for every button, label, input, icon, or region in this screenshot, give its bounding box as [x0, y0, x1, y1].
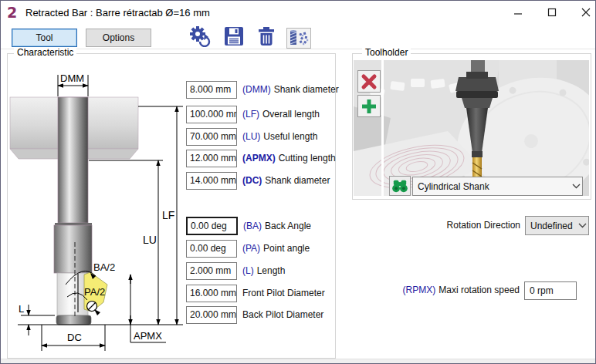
- pa-input[interactable]: 0.00 deg: [186, 240, 237, 258]
- field-row-back-pilot: 20.000 mm Back Pilot Diameter: [186, 305, 323, 324]
- field-row-pa: 0.00 deg (PA)Point angle: [186, 239, 310, 258]
- window-bottom-edge: [1, 359, 595, 364]
- svg-text:L: L: [19, 303, 24, 315]
- l-code: (L): [242, 265, 254, 276]
- chips-button[interactable]: [286, 28, 311, 49]
- dmm-code: (DMM): [242, 84, 271, 95]
- tab-options-label: Options: [103, 32, 134, 43]
- delete-button[interactable]: [254, 25, 279, 47]
- characteristic-group-label: Characteristic: [14, 47, 76, 59]
- chevron-down-icon: [576, 223, 588, 228]
- toolholder-group-label: Toolholder: [362, 47, 411, 59]
- rotation-direction-select[interactable]: Undefined: [525, 216, 589, 235]
- image-divider: [381, 60, 384, 196]
- pa-label: Point angle: [263, 243, 310, 254]
- close-button[interactable]: [569, 1, 596, 24]
- apmx-label: Cutting length: [279, 153, 336, 163]
- browse-shank-button[interactable]: [389, 176, 411, 196]
- tool-definition-window: 2 Retracted Bar : Barre rétractab Ø=16 m…: [0, 0, 596, 364]
- back-pilot-label: Back Pilot Diameter: [242, 309, 323, 320]
- field-row-lu: 70.000 mm (LU)Useful length: [186, 127, 317, 146]
- maximize-button[interactable]: [535, 1, 569, 24]
- lf-label: Overall length: [262, 109, 320, 120]
- dmm-input[interactable]: 8.000 mm: [186, 81, 237, 99]
- field-row-l: 2.000 mm (L)Length: [186, 261, 285, 280]
- binoculars-icon: [391, 179, 408, 193]
- minimize-button[interactable]: [501, 1, 535, 24]
- update-button[interactable]: [187, 25, 212, 47]
- apmx-input[interactable]: 12.000 mm: [186, 150, 237, 167]
- svg-text:LU: LU: [143, 234, 157, 246]
- apmx-code: (APMX): [242, 153, 276, 163]
- svg-text:APMX: APMX: [134, 330, 162, 342]
- trash-icon: [256, 25, 277, 47]
- pa-code: (PA): [242, 243, 260, 254]
- red-x-icon: [361, 73, 378, 90]
- gear-refresh-icon: [188, 25, 211, 47]
- svg-text:BA/2: BA/2: [93, 261, 115, 273]
- tab-tool-label: Tool: [36, 32, 52, 43]
- rpmx-label: (RPMX)Maxi rotation speed: [1, 285, 520, 295]
- tool-diagram: DMM LF LU APMX L DC BA/2: [8, 64, 185, 356]
- rpmx-input[interactable]: 0 rpm: [524, 281, 577, 300]
- field-row-dmm: 8.000 mm (DMM)Shank diameter: [186, 80, 339, 99]
- lu-label: Useful length: [263, 131, 317, 142]
- rotation-direction-label: Rotation Direction: [1, 220, 520, 231]
- app-logo-icon: 2: [7, 4, 17, 21]
- lf-input[interactable]: 100.000 mm: [186, 106, 237, 123]
- rotation-direction-value: Undefined: [526, 221, 576, 231]
- close-icon: [581, 8, 591, 17]
- shank-type-select[interactable]: Cylindrical Shank: [412, 177, 583, 196]
- dc-input[interactable]: 14.000 mm: [186, 172, 237, 190]
- svg-text:DMM: DMM: [60, 72, 84, 84]
- field-row-lf: 100.000 mm (LF)Overall length: [186, 105, 320, 123]
- lu-input[interactable]: 70.000 mm: [186, 128, 237, 146]
- save-button[interactable]: [222, 25, 246, 47]
- tab-tool[interactable]: Tool: [12, 29, 77, 47]
- title-bar: 2 Retracted Bar : Barre rétractab Ø=16 m…: [1, 1, 595, 24]
- lu-code: (LU): [242, 131, 260, 142]
- l-label: Length: [257, 265, 286, 276]
- minimize-icon: [513, 8, 523, 17]
- dmm-label: Shank diameter: [274, 84, 339, 95]
- field-row-dc: 14.000 mm (DC)Shank diameter: [186, 171, 330, 190]
- l-input[interactable]: 2.000 mm: [186, 262, 237, 280]
- remove-toolholder-button[interactable]: [357, 70, 381, 93]
- window-title: Retracted Bar : Barre rétractab Ø=16 mm: [25, 7, 210, 19]
- add-toolholder-button[interactable]: [357, 95, 381, 117]
- toolbar-separator: [1, 49, 595, 49]
- back-pilot-input[interactable]: 20.000 mm: [186, 306, 237, 324]
- tab-options[interactable]: Options: [86, 29, 151, 47]
- shank-type-value: Cylindrical Shank: [413, 181, 570, 192]
- dc-label: Shank diameter: [265, 175, 330, 186]
- chevron-down-icon: [570, 184, 582, 189]
- field-row-apmx: 12.000 mm (APMX)Cutting length: [186, 149, 336, 167]
- svg-text:DC: DC: [67, 332, 82, 343]
- dc-code: (DC): [242, 175, 262, 186]
- lf-code: (LF): [242, 109, 259, 120]
- tool-chips-icon: [288, 29, 310, 47]
- maximize-icon: [547, 8, 557, 17]
- rpmx-code: (RPMX): [403, 285, 436, 295]
- floppy-disk-icon: [223, 25, 245, 47]
- green-plus-icon: [361, 98, 378, 115]
